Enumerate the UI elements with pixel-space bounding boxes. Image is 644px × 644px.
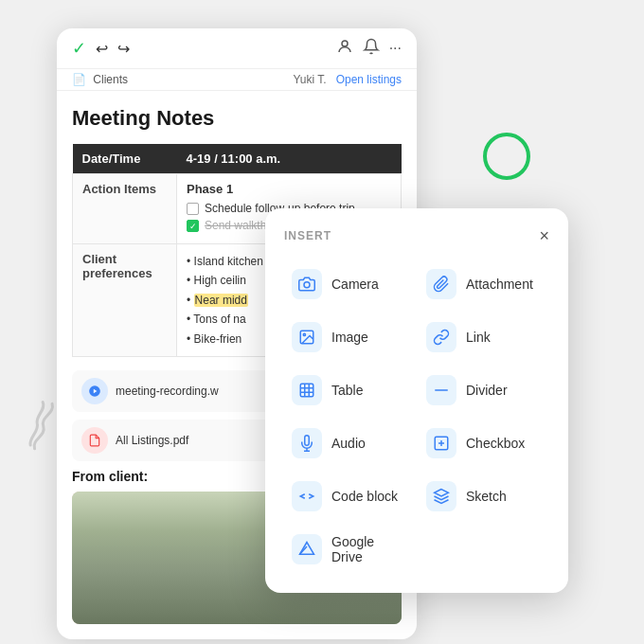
googledrive-label: Google Drive — [331, 534, 407, 564]
image-label: Image — [331, 330, 368, 345]
codeblock-label: Code block — [331, 489, 398, 504]
insert-item-divider[interactable]: Divider — [419, 366, 549, 415]
user-icon[interactable] — [336, 38, 353, 59]
insert-item-checkbox[interactable]: Checkbox — [419, 419, 549, 468]
insert-modal: INSERT × Camera Attachment — [265, 208, 568, 593]
phase-title: Phase 1 — [187, 182, 391, 196]
breadcrumb-user[interactable]: Yuki T. — [293, 73, 326, 86]
bell-icon[interactable] — [363, 38, 380, 59]
insert-item-audio[interactable]: Audio — [284, 419, 415, 468]
redo-icon[interactable]: ↪ — [117, 40, 130, 58]
insert-item-table[interactable]: Table — [284, 366, 415, 415]
recording-icon — [81, 378, 108, 404]
pref-5: Bike-frien — [194, 332, 242, 346]
pdf-label: All Listings.pdf — [116, 434, 188, 447]
breadcrumb: 📄 Clients — [72, 73, 128, 86]
close-button[interactable]: × — [539, 227, 549, 244]
link-icon — [426, 322, 456, 352]
insert-item-camera[interactable]: Camera — [284, 259, 415, 309]
insert-item-attachment[interactable]: Attachment — [419, 259, 549, 309]
divider-label: Divider — [466, 383, 508, 398]
pref-3: Near midd — [194, 294, 248, 307]
pdf-icon — [81, 427, 108, 454]
open-listings-link[interactable]: Open listings — [336, 73, 402, 86]
insert-item-image[interactable]: Image — [284, 313, 415, 362]
audio-label: Audio — [331, 436, 366, 451]
pref-4: Tons of na — [193, 313, 245, 326]
code-icon — [292, 481, 322, 511]
pref-1: Island kitchen — [194, 255, 263, 268]
table-header-datetime: Date/Time — [73, 144, 177, 174]
recording-label: meeting-recording.w — [116, 385, 219, 398]
table-header-value: 4-19 / 11:00 a.m. — [177, 144, 402, 174]
breadcrumb-path[interactable]: Clients — [93, 73, 128, 86]
insert-item-sketch[interactable]: Sketch — [419, 472, 549, 521]
modal-header: INSERT × — [284, 227, 549, 244]
googledrive-icon — [292, 534, 322, 564]
camera-icon — [292, 269, 322, 299]
checkbox-2[interactable]: ✓ — [187, 220, 199, 232]
breadcrumb-bar: 📄 Clients Yuki T. Open listings — [57, 69, 417, 91]
breadcrumb-right: Yuki T. Open listings — [293, 73, 402, 86]
checkbox-insert-label: Checkbox — [466, 436, 525, 451]
doc-title: Meeting Notes — [72, 106, 402, 131]
attachment-label: Attachment — [466, 277, 533, 292]
link-label: Link — [466, 330, 491, 345]
table-label: Table — [331, 383, 363, 398]
camera-label: Camera — [331, 277, 379, 292]
more-icon[interactable]: ··· — [389, 40, 402, 57]
checkbox-1[interactable] — [187, 203, 199, 215]
checkbox-icon — [426, 428, 456, 458]
attachment-icon — [426, 269, 456, 299]
audio-icon — [292, 428, 322, 458]
green-circle-indicator — [483, 133, 530, 180]
svg-rect-6 — [300, 384, 313, 397]
undo-icon[interactable]: ↩ — [96, 40, 108, 58]
image-icon — [292, 322, 322, 352]
client-preferences-label: Client preferences — [73, 244, 177, 357]
insert-grid: Camera Attachment Image — [284, 259, 549, 574]
svg-point-5 — [303, 333, 305, 335]
sketch-label: Sketch — [466, 489, 507, 504]
insert-item-link[interactable]: Link — [419, 313, 549, 362]
toolbar-right: ··· — [336, 38, 402, 59]
check-icon[interactable]: ✓ — [72, 38, 86, 59]
pref-2: High ceilin — [194, 274, 246, 287]
modal-title: INSERT — [284, 229, 331, 242]
toolbar: ✓ ↩ ↪ ··· — [57, 28, 417, 69]
svg-point-0 — [342, 41, 348, 46]
insert-item-googledrive[interactable]: Google Drive — [284, 525, 415, 574]
divider-icon — [426, 375, 456, 405]
insert-item-codeblock[interactable]: Code block — [284, 472, 415, 521]
svg-point-3 — [304, 282, 310, 288]
table-icon — [292, 375, 322, 405]
sketch-icon — [426, 481, 456, 511]
toolbar-left: ✓ ↩ ↪ — [72, 38, 130, 59]
action-items-label: Action Items — [73, 174, 177, 244]
